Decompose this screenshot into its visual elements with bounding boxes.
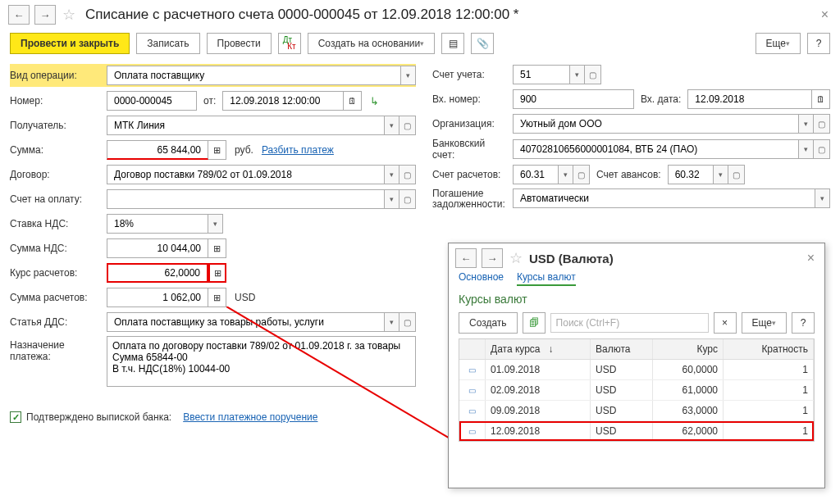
purpose-label: Назначение платежа:	[10, 336, 107, 362]
favorite-star-icon[interactable]: ☆	[62, 6, 75, 24]
adv-acc-open-icon[interactable]: ▢	[728, 165, 745, 184]
col-mult[interactable]: Кратность	[724, 339, 814, 359]
cell-rate: 62,0000	[653, 421, 724, 441]
search-input[interactable]: Поиск (Ctrl+F)	[550, 313, 709, 333]
help-button[interactable]: ?	[807, 33, 830, 54]
purpose-textarea[interactable]	[107, 336, 416, 387]
cell-currency: USD	[591, 401, 653, 420]
date-from-label: от:	[197, 95, 222, 107]
calc-acc-input[interactable]	[518, 168, 553, 181]
account-dropdown-icon[interactable]: ▾	[570, 65, 585, 84]
tab-main[interactable]: Основное	[459, 271, 504, 286]
attach-icon[interactable]: 📎	[471, 33, 494, 54]
calc-sum-input[interactable]	[112, 291, 203, 304]
debit-credit-button[interactable]: Дт Кт	[278, 33, 301, 54]
tab-rates[interactable]: Курсы валют	[517, 271, 576, 286]
confirmed-label: Подтверждено выпиской банка:	[26, 411, 171, 423]
number-input[interactable]	[112, 94, 191, 107]
col-currency[interactable]: Валюта	[591, 339, 653, 359]
table-row[interactable]: ▭02.09.2018USD61,00001	[459, 380, 814, 401]
confirmed-checkbox[interactable]: ✓	[10, 411, 21, 423]
table-row[interactable]: ▭12.09.2018USD62,00001	[459, 421, 814, 441]
account-input[interactable]	[518, 68, 564, 81]
adv-acc-input[interactable]	[673, 168, 708, 181]
search-clear-icon[interactable]: ×	[714, 312, 737, 334]
org-dropdown-icon[interactable]: ▾	[799, 114, 814, 134]
in-number-input[interactable]	[518, 93, 628, 106]
save-button[interactable]: Записать	[136, 33, 199, 54]
vat-rate-input[interactable]	[112, 217, 203, 230]
forward-button[interactable]: →	[34, 5, 56, 25]
calc-acc-dropdown-icon[interactable]: ▾	[559, 165, 573, 184]
popup-star-icon[interactable]: ☆	[509, 249, 523, 267]
contract-dropdown-icon[interactable]: ▾	[385, 165, 399, 184]
recipient-label: Получатель:	[10, 120, 107, 131]
account-label: Счет учета:	[432, 69, 513, 80]
vat-sum-calc-icon[interactable]: ⊞	[208, 238, 226, 258]
commit-close-button[interactable]: Провести и закрыть	[10, 33, 130, 54]
popup-close-icon[interactable]: ×	[804, 251, 818, 266]
debt-input[interactable]	[518, 192, 810, 205]
recipient-open-icon[interactable]: ▢	[399, 116, 416, 135]
account-open-icon[interactable]: ▢	[585, 65, 601, 84]
create-based-button[interactable]: Создать на основании	[308, 33, 436, 54]
contract-input[interactable]	[112, 168, 379, 181]
rate-input[interactable]	[113, 266, 202, 279]
enter-order-link[interactable]: Ввести платежное поручение	[183, 411, 317, 423]
currency-popup: ← → ☆ USD (Валюта) × Основное Курсы валю…	[448, 243, 825, 488]
in-date-input[interactable]	[693, 93, 806, 106]
dds-input[interactable]	[112, 316, 379, 329]
org-input[interactable]	[518, 117, 793, 130]
copy-icon[interactable]: 🗐	[523, 312, 546, 334]
calc-sum-calc-icon[interactable]: ⊞	[208, 288, 226, 307]
bank-acc-input[interactable]	[518, 143, 793, 156]
invoice-input[interactable]	[112, 193, 379, 206]
popup-forward-button[interactable]: →	[482, 248, 503, 268]
vat-sum-input[interactable]	[112, 242, 203, 255]
debt-dropdown-icon[interactable]: ▾	[815, 188, 830, 208]
amount-label: Сумма:	[10, 144, 107, 156]
invoice-open-icon[interactable]: ▢	[399, 189, 416, 209]
recipient-input[interactable]	[112, 119, 379, 132]
dds-open-icon[interactable]: ▢	[399, 312, 416, 332]
org-open-icon[interactable]: ▢	[814, 114, 830, 134]
table-row[interactable]: ▭09.09.2018USD63,00001	[459, 401, 814, 421]
col-date[interactable]: Дата курса ↓	[486, 339, 591, 359]
create-button[interactable]: Создать	[459, 312, 518, 334]
date-input[interactable]	[228, 94, 338, 107]
in-date-calendar-icon[interactable]: 🗓	[812, 89, 830, 109]
popup-title: USD (Валюта)	[529, 252, 799, 266]
calc-currency-label: USD	[226, 292, 263, 303]
rate-calc-icon[interactable]: ⊞	[208, 263, 226, 283]
table-row[interactable]: ▭01.09.2018USD60,00001	[459, 360, 814, 380]
vat-rate-dropdown-icon[interactable]: ▾	[208, 214, 223, 234]
dds-dropdown-icon[interactable]: ▾	[385, 312, 399, 332]
op-type-dropdown-icon[interactable]: ▾	[401, 66, 416, 85]
recipient-dropdown-icon[interactable]: ▾	[385, 116, 399, 135]
popup-more-button[interactable]: Еще	[742, 312, 787, 334]
bank-acc-open-icon[interactable]: ▢	[814, 139, 830, 159]
more-button[interactable]: Еще	[756, 33, 801, 54]
bank-acc-dropdown-icon[interactable]: ▾	[799, 139, 814, 159]
calendar-icon[interactable]: 🗓	[344, 91, 362, 111]
close-icon[interactable]: ×	[818, 7, 832, 22]
col-rate[interactable]: Курс	[653, 339, 724, 359]
invoice-dropdown-icon[interactable]: ▾	[385, 189, 399, 209]
popup-back-button[interactable]: ←	[455, 248, 477, 268]
adv-acc-dropdown-icon[interactable]: ▾	[714, 165, 728, 184]
adv-acc-label: Счет авансов:	[590, 169, 668, 180]
debt-label: Погашение задолженности:	[432, 188, 513, 210]
amount-calc-icon[interactable]: ⊞	[208, 140, 226, 160]
popup-help-button[interactable]: ?	[792, 312, 815, 334]
calc-acc-open-icon[interactable]: ▢	[573, 165, 590, 184]
structure-icon[interactable]: ▤	[441, 33, 464, 54]
commit-button[interactable]: Провести	[207, 33, 272, 54]
status-check-icon: ↳	[370, 95, 379, 107]
contract-open-icon[interactable]: ▢	[399, 165, 416, 184]
amount-input[interactable]	[112, 143, 203, 157]
split-payment-link[interactable]: Разбить платеж	[262, 144, 334, 156]
cell-mult: 1	[724, 421, 814, 441]
op-type-input[interactable]	[112, 69, 395, 82]
contract-label: Договор:	[10, 169, 107, 180]
back-button[interactable]: ←	[8, 5, 30, 25]
